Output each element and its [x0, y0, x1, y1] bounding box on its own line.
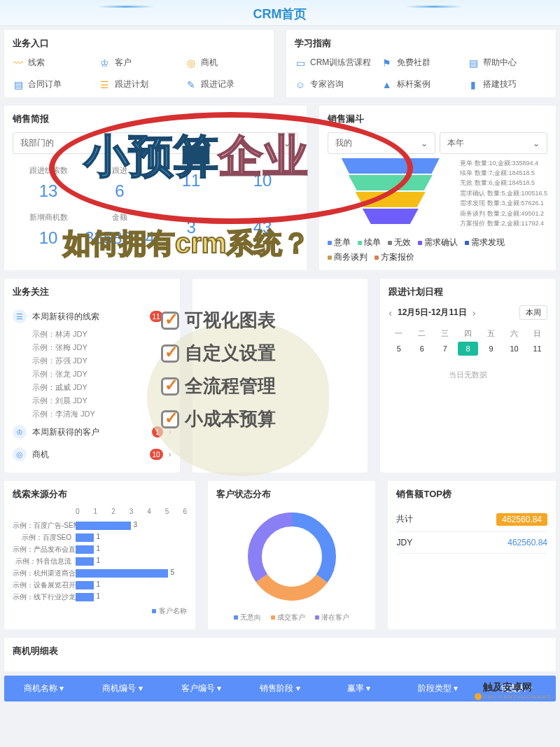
funnel-chart [342, 158, 440, 228]
calendar-day[interactable]: 9 [481, 342, 501, 356]
biz-entry-item[interactable]: ✎跟进记录 [186, 78, 265, 90]
bar-row: 示例：杭州渠道商合作5 [13, 568, 187, 578]
detail-title: 商机明细表 [13, 645, 547, 657]
stat-item: 10 [227, 165, 298, 201]
funnel-stats: 意单 数量:10,金额:335894.4续单 数量:7,金额:184518.5无… [460, 158, 547, 229]
focus-sub-item[interactable]: 示例：张龙 JDY [13, 368, 172, 381]
biz-entry-title: 业务入口 [13, 37, 265, 50]
stat-item: 金额335894.4 [84, 212, 155, 248]
guide-icon: ▤ [468, 57, 479, 69]
focus-panel: 业务关注 ☰本周新获得的线索11›示例：林涛 JDY示例：张梅 JDY示例：苏强… [4, 279, 180, 473]
guide-item[interactable]: ▲标杆案例 [382, 78, 461, 90]
stat-item: 11 [155, 165, 227, 201]
focus-icon: ☰ [13, 309, 27, 323]
focus-sub-item[interactable]: 示例：张梅 JDY [13, 341, 172, 354]
focus-sub-item[interactable]: 示例：苏强 JDY [13, 354, 172, 368]
focus-title: 业务关注 [13, 286, 172, 298]
focus-group[interactable]: ◎商机10› [13, 443, 172, 466]
top-row: 共计462560.84 [396, 508, 547, 532]
donut-chart [243, 508, 341, 606]
focus-group[interactable]: ♔本周新获得的客户1› [13, 421, 172, 443]
entry-icon: ☰ [99, 79, 111, 90]
biz-entry-item[interactable]: ◎商机 [186, 57, 265, 69]
biz-entry-item[interactable]: ♔客户 [99, 57, 179, 69]
customer-status-title: 客户状态分布 [216, 488, 368, 501]
lead-source-title: 线索来源分布 [13, 488, 187, 501]
lead-source-panel: 线索来源分布 0123456 示例：百度广告-SEM3示例：百度SEO1示例：产… [4, 481, 195, 629]
schedule-title: 跟进计划日程 [388, 286, 547, 298]
calendar-day[interactable]: 5 [388, 342, 409, 356]
funnel-title: 销售漏斗 [328, 113, 547, 125]
table-header[interactable]: 销售阶段 ▾ [241, 676, 320, 701]
cal-next[interactable]: › [472, 307, 476, 319]
page-title: CRM首页 [0, 6, 560, 22]
table-header[interactable]: 商机名称 ▾ [4, 676, 83, 701]
guide-icon: ⚑ [382, 57, 393, 69]
bar-row: 示例：百度SEO1 [13, 533, 187, 543]
table-header[interactable]: 赢率 ▾ [319, 676, 398, 701]
calendar-day[interactable]: 8 [458, 342, 478, 356]
calendar-day[interactable]: 10 [504, 342, 524, 356]
top-sales-panel: 销售额TOP榜 共计462560.84JDY462560.84 [388, 481, 556, 629]
schedule-panel: 跟进计划日程 ‹ 12月5日-12月11日 › 本周 一二三四五六日 56789… [380, 279, 556, 473]
guide-item[interactable]: ▭CRM训练营课程 [295, 57, 374, 69]
top-row: JDY462560.84 [396, 532, 547, 554]
entry-icon: 〰 [13, 57, 24, 69]
funnel-filter2[interactable]: 本年⌄ [440, 132, 547, 154]
biz-entry-item[interactable]: 〰线索 [13, 57, 92, 69]
table-header[interactable]: 商机编号 ▾ [83, 676, 162, 701]
middle-spacer [192, 279, 368, 473]
stat-item: 跟进线索数13 [13, 165, 84, 201]
calendar-day[interactable]: 6 [412, 342, 432, 356]
entry-icon: ◎ [186, 57, 197, 69]
guide-item[interactable]: ▤帮助中心 [468, 57, 547, 69]
entry-icon: ♔ [99, 57, 111, 69]
chevron-down-icon: ⌄ [421, 139, 428, 148]
focus-group[interactable]: ☰本周新获得的线索11› [13, 305, 172, 328]
bar-row: 示例：抖音信息流1 [13, 557, 187, 566]
stat-item: 跟进6 [84, 165, 155, 201]
guide-icon: ▮ [468, 79, 479, 90]
focus-badge: 1 [152, 426, 163, 438]
focus-sub-item[interactable]: 示例：刘晨 JDY [13, 394, 172, 407]
table-header[interactable]: 客户编号 ▾ [162, 676, 241, 701]
cal-range: 12月5日-12月11日 [398, 307, 467, 319]
sales-brief-title: 销售简报 [13, 113, 298, 125]
cal-this-week[interactable]: 本周 [519, 305, 547, 320]
guide-item[interactable]: ▮搭建技巧 [468, 78, 547, 90]
top-sales-title: 销售额TOP榜 [396, 488, 547, 501]
focus-badge: 10 [150, 449, 163, 460]
focus-badge: 11 [150, 311, 163, 322]
biz-entry-item[interactable]: ☰跟进计划 [99, 78, 179, 90]
cal-empty: 当日无数据 [388, 356, 547, 394]
watermark: 触及安卓网 CHUJIANZHUOWANG [465, 681, 552, 700]
focus-sub-item[interactable]: 示例：林涛 JDY [13, 328, 172, 341]
biz-entry-item[interactable]: ▤合同订单 [13, 78, 92, 90]
guide-title: 学习指南 [295, 37, 547, 50]
guide-item[interactable]: ☺专家咨询 [295, 78, 374, 90]
funnel-panel: 销售漏斗 我的⌄ 本年⌄ 意单 数量:10,金额:335894.4续单 数量:7… [319, 106, 556, 270]
chevron-right-icon: › [169, 427, 172, 437]
biz-entry-panel: 业务入口 〰线索♔客户◎商机▤合同订单☰跟进计划✎跟进记录 [4, 30, 274, 97]
sales-brief-panel: 销售简报 我部门的 ⌄ 跟进线索数13跟进61110 新增商机数10金额3358… [4, 106, 307, 270]
funnel-legend: 意单续单无效需求确认需求发现商务谈判方案报价 [328, 237, 547, 263]
focus-icon: ◎ [13, 447, 27, 461]
page-header: CRM首页 [0, 0, 560, 26]
guide-icon: ▲ [382, 79, 393, 90]
focus-icon: ♔ [13, 425, 27, 439]
chevron-down-icon: ⌄ [284, 139, 290, 148]
sales-filter-select[interactable]: 我部门的 ⌄ [13, 132, 298, 154]
watermark-logo [465, 683, 480, 699]
calendar-day[interactable]: 11 [527, 342, 547, 356]
bar-row: 示例：设备展览召开会1 [13, 580, 187, 590]
guide-panel: 学习指南 ▭CRM训练营课程⚑免费社群▤帮助中心☺专家咨询▲标杆案例▮搭建技巧 [286, 30, 556, 97]
focus-sub-item[interactable]: 示例：戚威 JDY [13, 381, 172, 394]
funnel-filter1[interactable]: 我的⌄ [328, 132, 435, 154]
stat-item: 43 [227, 212, 298, 248]
focus-sub-item[interactable]: 示例：李清海 JDY [13, 407, 172, 421]
cal-prev[interactable]: ‹ [388, 307, 392, 319]
calendar-day[interactable]: 7 [435, 342, 455, 356]
chevron-right-icon: › [169, 449, 172, 459]
bar-row: 示例：产品发布会直播1 [13, 545, 187, 554]
guide-item[interactable]: ⚑免费社群 [382, 57, 461, 69]
